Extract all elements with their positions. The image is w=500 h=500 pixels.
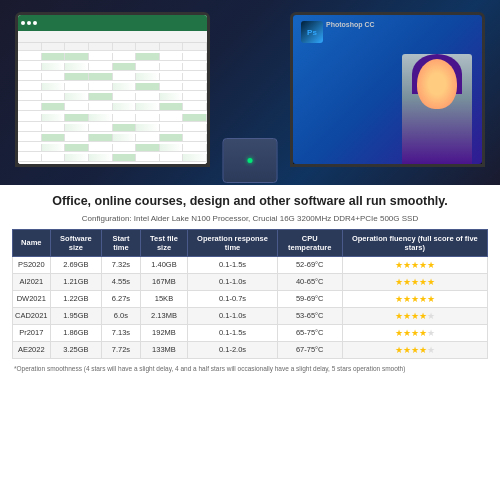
cell-0: DW2021	[13, 290, 51, 307]
cell-stars: ★★★★★	[342, 341, 487, 358]
cell-1: 1.86GB	[50, 324, 102, 341]
cell-4: 0.1-1.0s	[188, 307, 277, 324]
cell-4: 0.1-2.0s	[188, 341, 277, 358]
cell-4: 0.1-1.0s	[188, 273, 277, 290]
cell-3: 192MB	[140, 324, 188, 341]
config-line: Configuration: Intel Alder Lake N100 Pro…	[12, 214, 488, 223]
ps-app-name: Photoshop CC	[326, 21, 375, 28]
col-response-time: Operation response time	[188, 229, 277, 256]
ps-portrait	[402, 54, 472, 164]
cell-5: 53-65°C	[277, 307, 342, 324]
monitor-right: Ps Photoshop CC	[290, 12, 485, 167]
cell-2: 7.13s	[102, 324, 140, 341]
cell-1: 1.21GB	[50, 273, 102, 290]
cell-2: 4.55s	[102, 273, 140, 290]
cell-5: 40-65°C	[277, 273, 342, 290]
main-headline: Office, online courses, design and other…	[12, 193, 488, 211]
col-name: Name	[13, 229, 51, 256]
cell-2: 6.27s	[102, 290, 140, 307]
cell-1: 1.95GB	[50, 307, 102, 324]
hero-image: Ps Photoshop CC	[0, 0, 500, 185]
cell-1: 3.25GB	[50, 341, 102, 358]
col-cpu-temp: CPU temperature	[277, 229, 342, 256]
cell-0: PS2020	[13, 256, 51, 273]
cell-stars: ★★★★★	[342, 307, 487, 324]
cell-1: 1.22GB	[50, 290, 102, 307]
cell-stars: ★★★★★	[342, 256, 487, 273]
cell-stars: ★★★★★	[342, 273, 487, 290]
cell-0: AI2021	[13, 273, 51, 290]
col-software-size: Software size	[50, 229, 102, 256]
table-row: AI20211.21GB4.55s167MB0.1-1.0s40-65°C★★★…	[13, 273, 488, 290]
cell-stars: ★★★★★	[342, 324, 487, 341]
cell-3: 2.13MB	[140, 307, 188, 324]
cell-3: 167MB	[140, 273, 188, 290]
cell-5: 67-75°C	[277, 341, 342, 358]
cell-stars: ★★★★★	[342, 290, 487, 307]
ps-logo: Ps	[301, 21, 323, 43]
table-row: Pr20171.86GB7.13s192MB0.1-1.5s65-75°C★★★…	[13, 324, 488, 341]
cell-1: 2.69GB	[50, 256, 102, 273]
cell-0: Pr2017	[13, 324, 51, 341]
cell-4: 0.1-0.7s	[188, 290, 277, 307]
cell-2: 7.72s	[102, 341, 140, 358]
table-row: AE20223.25GB7.72s133MB0.1-2.0s67-75°C★★★…	[13, 341, 488, 358]
footnote: *Operation smoothness (4 stars will have…	[12, 364, 488, 373]
col-start-time: Start time	[102, 229, 140, 256]
table-row: DW20211.22GB6.27s15KB0.1-0.7s59-69°C★★★★…	[13, 290, 488, 307]
monitor-left	[15, 12, 210, 167]
cell-3: 133MB	[140, 341, 188, 358]
col-fluency: Operation fluency (full score of five st…	[342, 229, 487, 256]
cell-4: 0.1-1.5s	[188, 324, 277, 341]
main-content: Office, online courses, design and other…	[0, 185, 500, 377]
cell-0: AE2022	[13, 341, 51, 358]
table-row: PS20202.69GB7.32s1.40GB0.1-1.5s52-69°C★★…	[13, 256, 488, 273]
cell-5: 52-69°C	[277, 256, 342, 273]
cell-2: 6.0s	[102, 307, 140, 324]
cell-0: CAD2021	[13, 307, 51, 324]
cell-3: 15KB	[140, 290, 188, 307]
power-led	[248, 158, 253, 163]
mini-pc	[223, 138, 278, 183]
cell-5: 59-69°C	[277, 290, 342, 307]
table-row: CAD20211.95GB6.0s2.13MB0.1-1.0s53-65°C★★…	[13, 307, 488, 324]
spec-table: Name Software size Start time Test file …	[12, 229, 488, 359]
cell-3: 1.40GB	[140, 256, 188, 273]
cell-4: 0.1-1.5s	[188, 256, 277, 273]
cell-2: 7.32s	[102, 256, 140, 273]
cell-5: 65-75°C	[277, 324, 342, 341]
col-test-file: Test file size	[140, 229, 188, 256]
